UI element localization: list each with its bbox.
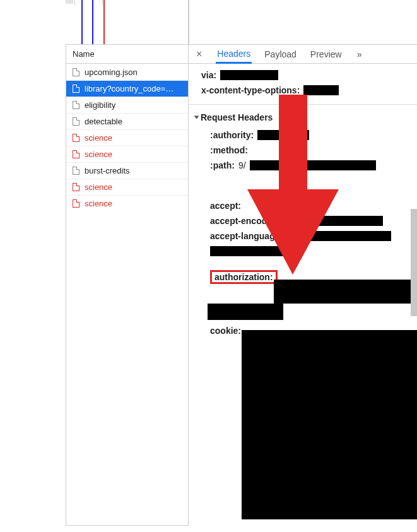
request-row[interactable]: science xyxy=(66,179,188,195)
file-icon xyxy=(73,183,79,191)
request-row[interactable]: detectable xyxy=(66,113,188,129)
header-key-authorization: authorization: xyxy=(214,272,273,282)
file-icon xyxy=(73,101,79,109)
detail-tabs: × Headers Payload Preview » xyxy=(189,45,417,64)
request-row-label: science xyxy=(85,150,112,159)
header-key: accept-language: xyxy=(210,231,283,241)
file-icon xyxy=(73,68,79,76)
header-entry: :authority: xyxy=(210,127,417,143)
request-row-label: science xyxy=(85,199,112,208)
request-row-label: burst-credits xyxy=(85,166,130,175)
request-row-label: detectable xyxy=(85,117,122,126)
header-entry: x-content-type-options: xyxy=(201,83,417,98)
redacted-value xyxy=(210,246,300,256)
redacted-value xyxy=(220,70,278,80)
request-row[interactable]: eligibility xyxy=(66,97,188,113)
redacted-value xyxy=(242,330,417,519)
redacted-value xyxy=(274,280,417,304)
request-detail: × Headers Payload Preview » via:x-conten… xyxy=(189,44,417,532)
header-entry: :path:9/ xyxy=(210,158,417,173)
file-icon xyxy=(73,117,79,126)
header-entry: accept: xyxy=(210,198,417,213)
redacted-value xyxy=(303,85,339,95)
redacted-value xyxy=(250,160,376,170)
header-key-cookie: cookie: xyxy=(210,326,241,336)
header-key: accept-encoding: xyxy=(210,216,283,226)
header-key: via: xyxy=(201,70,216,80)
file-icon xyxy=(73,85,79,93)
section-request-headers[interactable]: Request Headers xyxy=(195,110,417,127)
header-key: :method: xyxy=(210,145,248,155)
request-row[interactable]: science xyxy=(66,195,188,211)
disclosure-triangle-icon xyxy=(194,116,199,119)
authorization-highlight: authorization: xyxy=(210,270,278,284)
header-entry: accept-language: xyxy=(210,228,417,244)
request-row-label: upcoming.json xyxy=(85,68,138,77)
redacted-value xyxy=(208,304,283,320)
redacted-value xyxy=(287,216,383,226)
request-row-label: eligibility xyxy=(85,100,115,110)
file-icon xyxy=(73,199,79,208)
timeline-marker xyxy=(103,0,105,44)
header-entry: :method: xyxy=(210,143,417,158)
file-icon xyxy=(73,134,79,142)
file-icon xyxy=(73,167,79,175)
request-row[interactable]: science xyxy=(66,129,188,146)
column-header-name[interactable]: Name xyxy=(66,45,188,64)
request-row-label: science xyxy=(85,182,112,192)
redacted-value xyxy=(286,231,391,241)
scrollbar-thumb[interactable] xyxy=(411,209,417,316)
header-entry: via: xyxy=(201,68,417,83)
header-entry: accept-encoding: xyxy=(210,213,417,228)
request-list: Name upcoming.jsonlibrary?country_code=…… xyxy=(66,44,189,526)
tab-headers[interactable]: Headers xyxy=(216,45,252,64)
file-icon xyxy=(73,150,79,158)
header-key: x-content-type-options: xyxy=(201,85,300,95)
network-timeline xyxy=(58,0,417,44)
request-row[interactable]: upcoming.json xyxy=(66,64,188,80)
more-tabs-icon[interactable]: » xyxy=(357,49,362,59)
timeline-marker xyxy=(81,0,83,44)
request-row[interactable]: science xyxy=(66,146,188,162)
request-row-label: science xyxy=(85,133,112,143)
request-row-label: library?country_code=… xyxy=(85,84,173,93)
tab-payload[interactable]: Payload xyxy=(263,45,298,62)
close-icon[interactable]: × xyxy=(194,49,204,60)
header-key: accept: xyxy=(210,201,241,211)
request-row[interactable]: library?country_code=… xyxy=(66,80,188,97)
timeline-bar xyxy=(66,0,73,4)
header-key: :authority: xyxy=(210,130,254,140)
tab-preview[interactable]: Preview xyxy=(309,45,343,62)
header-key: :path: xyxy=(210,160,235,170)
timeline-marker xyxy=(92,0,93,44)
request-row[interactable]: burst-credits xyxy=(66,162,188,179)
redacted-value xyxy=(257,130,309,140)
